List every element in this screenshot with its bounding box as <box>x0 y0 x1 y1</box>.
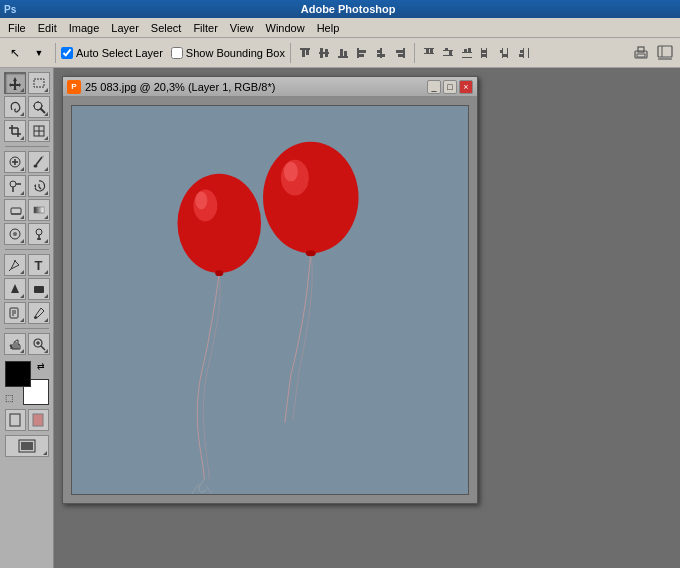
toolbar-select-btn[interactable]: ▼ <box>28 42 50 64</box>
distribute-btn-4[interactable] <box>477 44 495 62</box>
reset-colors-icon[interactable]: ⬚ <box>5 393 17 405</box>
distribute-btn-6[interactable] <box>515 44 533 62</box>
svg-rect-16 <box>377 54 385 57</box>
menu-help[interactable]: Help <box>311 20 346 36</box>
toolbar-zoom-preview-btn[interactable] <box>654 42 676 64</box>
maximize-btn[interactable]: □ <box>443 80 457 94</box>
doc-icon-text: P <box>71 82 76 91</box>
menu-file[interactable]: File <box>2 20 32 36</box>
auto-select-label: Auto Select Layer <box>76 47 163 59</box>
tool-row-5 <box>4 175 50 197</box>
menu-image[interactable]: Image <box>63 20 106 36</box>
tool-zoom[interactable] <box>28 333 50 355</box>
svg-point-85 <box>14 260 16 262</box>
menu-edit[interactable]: Edit <box>32 20 63 36</box>
zoom-preview-icon <box>657 45 673 61</box>
tool-row-1 <box>4 72 50 94</box>
toolbar-move-btn[interactable]: ↖ <box>4 42 26 64</box>
tool-heal[interactable] <box>4 151 26 173</box>
toolbar-print-btn[interactable] <box>630 42 652 64</box>
distribute-btn-1[interactable] <box>420 44 438 62</box>
svg-point-81 <box>13 232 17 236</box>
tool-row-4 <box>4 151 50 173</box>
tool-eraser[interactable] <box>4 199 26 221</box>
svg-rect-19 <box>398 54 403 57</box>
distribute-btn-2[interactable] <box>439 44 457 62</box>
foreground-color[interactable] <box>5 361 31 387</box>
transform-btn-1[interactable] <box>296 44 314 62</box>
balloons-svg <box>72 106 468 494</box>
tool-row-7 <box>4 223 50 245</box>
tool-text[interactable]: T <box>28 254 50 276</box>
toolbox-sep-1 <box>5 146 49 147</box>
toolbar-sep-3 <box>414 43 415 63</box>
svg-rect-27 <box>449 51 452 56</box>
svg-rect-29 <box>462 57 472 58</box>
svg-point-110 <box>306 250 316 256</box>
text-tool-letter: T <box>35 258 43 273</box>
tool-shape[interactable] <box>28 278 50 300</box>
document-title: 25 083.jpg @ 20,3% (Layer 1, RGB/8*) <box>85 81 427 93</box>
screen-mode-btn[interactable] <box>5 435 49 457</box>
tool-pen[interactable] <box>4 254 26 276</box>
svg-point-109 <box>284 162 298 182</box>
tool-dodge[interactable] <box>28 223 50 245</box>
tool-clone[interactable] <box>4 175 26 197</box>
transform-btn-2[interactable] <box>315 44 333 62</box>
tool-eyedrop[interactable] <box>28 302 50 324</box>
distribute-btn-5[interactable] <box>496 44 514 62</box>
menu-layer[interactable]: Layer <box>105 20 145 36</box>
tool-path[interactable] <box>4 278 26 300</box>
tool-magic-wand[interactable] <box>28 96 50 118</box>
tool-gradient[interactable] <box>28 199 50 221</box>
document-title-bar: P 25 083.jpg @ 20,3% (Layer 1, RGB/8*) _… <box>63 77 477 97</box>
tool-brush[interactable] <box>28 151 50 173</box>
svg-point-103 <box>177 174 261 273</box>
menu-select[interactable]: Select <box>145 20 188 36</box>
tool-lasso[interactable] <box>4 96 26 118</box>
transform-btn-5[interactable] <box>372 44 390 62</box>
tool-select-rect[interactable] <box>28 72 50 94</box>
quickmask-mode-btn[interactable] <box>28 409 49 431</box>
svg-rect-47 <box>658 46 672 57</box>
transform-group <box>296 44 409 62</box>
svg-rect-79 <box>34 207 44 213</box>
distribute-btn-3[interactable] <box>458 44 476 62</box>
standard-mode-btn[interactable] <box>5 409 26 431</box>
toolbox-sep-3 <box>5 328 49 329</box>
tool-row-9 <box>4 278 50 300</box>
auto-select-checkbox[interactable] <box>61 47 73 59</box>
bounding-box-checkbox[interactable] <box>171 47 183 59</box>
toolbox: T <box>0 68 54 568</box>
tool-move[interactable] <box>4 72 26 94</box>
svg-rect-8 <box>338 56 348 58</box>
tool-blur[interactable] <box>4 223 26 245</box>
svg-rect-46 <box>637 54 645 57</box>
tool-history[interactable] <box>28 175 50 197</box>
close-btn[interactable]: × <box>459 80 473 94</box>
svg-rect-30 <box>464 49 467 53</box>
move-arrow-icon: ↖ <box>10 46 20 60</box>
document-icon: P <box>67 80 81 94</box>
svg-rect-12 <box>359 50 366 53</box>
tool-slice[interactable] <box>28 120 50 142</box>
menu-view[interactable]: View <box>224 20 260 36</box>
tool-hand[interactable] <box>4 333 26 355</box>
tool-notes[interactable] <box>4 302 26 324</box>
svg-rect-26 <box>445 48 448 51</box>
menu-window[interactable]: Window <box>260 20 311 36</box>
tool-row-2 <box>4 96 50 118</box>
svg-line-70 <box>42 156 44 157</box>
transform-btn-3[interactable] <box>334 44 352 62</box>
menu-filter[interactable]: Filter <box>187 20 223 36</box>
transform-btn-6[interactable] <box>391 44 409 62</box>
svg-marker-74 <box>34 184 36 188</box>
svg-rect-6 <box>325 49 328 52</box>
transform-btn-4[interactable] <box>353 44 371 62</box>
minimize-btn[interactable]: _ <box>427 80 441 94</box>
document-window: P 25 083.jpg @ 20,3% (Layer 1, RGB/8*) _… <box>62 76 478 504</box>
svg-point-107 <box>263 142 359 253</box>
dist-bottom-icon <box>460 46 474 60</box>
swap-colors-icon[interactable]: ⇄ <box>37 361 49 373</box>
tool-crop[interactable] <box>4 120 26 142</box>
